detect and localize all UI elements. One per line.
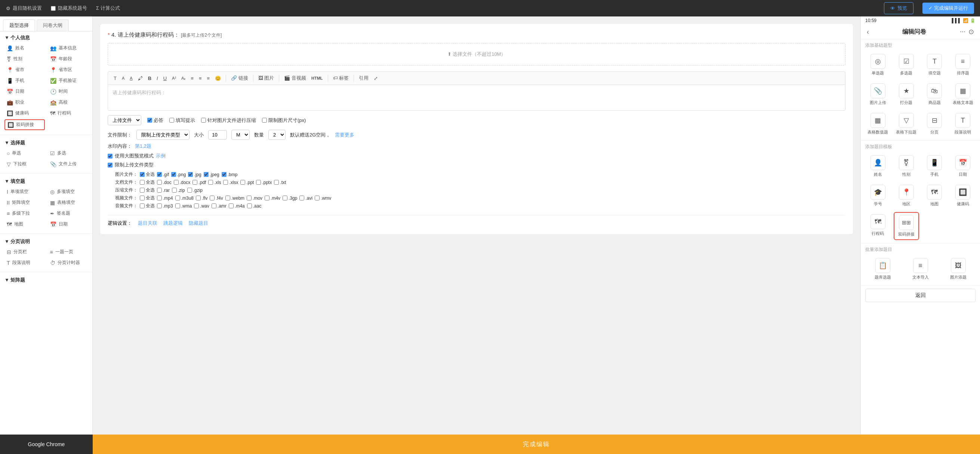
sidebar-item-date[interactable]: 📅日期 [5, 87, 45, 96]
docx-check[interactable]: .docx [174, 180, 191, 185]
flv-check[interactable]: .flv [196, 196, 207, 201]
return-button[interactable]: 返回 [865, 289, 975, 302]
f4v-check[interactable]: .f4v [210, 196, 223, 201]
sidebar-item-single[interactable]: ○单选 [5, 148, 45, 158]
xls-check[interactable]: .xls [208, 180, 221, 185]
finish-button[interactable]: ✓ 完成编辑并运行 [923, 3, 974, 14]
editor-btn-super[interactable]: A² [170, 75, 178, 81]
upload-type-select[interactable]: 上传文件 [108, 115, 141, 125]
all-select-vid[interactable]: 全选 [140, 195, 155, 201]
example-link[interactable]: 示例 [156, 153, 165, 159]
count-select[interactable]: 2 1 3 [268, 130, 286, 140]
record-icon[interactable]: ⊙ [969, 28, 974, 36]
wma-check[interactable]: .wma [175, 204, 192, 209]
bmp-check[interactable]: .bmp [222, 172, 238, 177]
editor-btn-fullscreen[interactable]: ⤢ [372, 75, 380, 82]
gif-check[interactable]: .gif [157, 172, 169, 177]
all-select-aud[interactable]: 全选 [140, 203, 155, 209]
compress-checkbox-label[interactable]: 针对图片文件进行压缩 [201, 117, 256, 124]
right-item-fill[interactable]: T 填空题 [922, 52, 948, 78]
back-icon[interactable]: ‹ [867, 28, 869, 36]
file-type-dropdown[interactable]: 限制上传文件类型 限制上传文件类型 [137, 130, 189, 140]
sidebar-item-phone-verify[interactable]: ✅手机验证 [48, 76, 88, 85]
sidebar-item-table-fill[interactable]: ▦表格填空 [48, 198, 88, 207]
sidebar-item-multi[interactable]: ☑多选 [48, 148, 88, 158]
batch-image[interactable]: 🖼 图片添题 [941, 256, 975, 282]
wav-check[interactable]: .wav [194, 204, 209, 209]
upload-area[interactable]: ⬆ 选择文件（不超过10M） [108, 43, 845, 65]
tpl-name[interactable]: 👤 姓名 [865, 153, 891, 180]
tpl-student-id[interactable]: 🎓 学号 [865, 183, 891, 209]
mov-check[interactable]: .mov [247, 196, 262, 201]
editor-btn-underline[interactable]: U [161, 75, 169, 82]
gzip-check[interactable]: .gzip [187, 188, 202, 193]
preview-button[interactable]: 👁 预览 [884, 2, 913, 14]
sidebar-item-timer[interactable]: ⏱分页计时器 [48, 258, 88, 268]
more-link[interactable]: 需要更多 [335, 132, 354, 139]
editor-btn-tag[interactable]: 🏷 标签 [331, 74, 351, 82]
batch-library[interactable]: 📋 题库选题 [865, 256, 900, 282]
sidebar-item-province[interactable]: 📍省市 [5, 65, 45, 75]
right-item-img-upload[interactable]: 📎 图片上传 [865, 81, 891, 108]
limit-type-checkbox[interactable] [108, 162, 113, 167]
right-item-para[interactable]: T 段落说明 [950, 111, 975, 137]
mp4-check[interactable]: .mp4 [157, 196, 173, 201]
sidebar-item-upload[interactable]: 📎文件上传 [48, 159, 88, 169]
webm-check[interactable]: .webm [225, 196, 245, 201]
right-item-table-text[interactable]: ▦ 表格文本题 [950, 81, 975, 108]
batch-text[interactable]: ≡ 文本导入 [903, 256, 938, 282]
m4a-check[interactable]: .m4a [229, 204, 245, 209]
sidebar-item-job[interactable]: 💼职业 [5, 97, 45, 107]
right-item-multi[interactable]: ☑ 多选题 [894, 52, 919, 78]
sidebar-item-city[interactable]: 📍省市区 [48, 65, 88, 75]
tpl-dual-code[interactable]: ⊞⊞ 双码拼接 [894, 212, 919, 240]
more-icon[interactable]: ··· [960, 28, 966, 36]
zip-check[interactable]: .zip [172, 188, 185, 193]
sidebar-item-name[interactable]: 👤姓名 [5, 43, 45, 53]
size-limit-checkbox-label[interactable]: 限制图片尺寸(px) [262, 117, 306, 124]
right-item-product[interactable]: 🛍 商品题 [922, 81, 948, 108]
ppt-check[interactable]: .ppt [240, 180, 254, 185]
avi-check[interactable]: .avi [299, 196, 312, 201]
editor-btn-sub[interactable]: A₂ [180, 75, 187, 81]
tpl-health[interactable]: 🔲 健康码 [950, 183, 975, 209]
jump-link[interactable]: 跳题逻辑 [163, 220, 183, 227]
hint-checkbox[interactable] [169, 118, 174, 123]
editor-btn-quote[interactable]: 引用 [357, 74, 371, 82]
editor-area[interactable]: 请上传健康码和行程码： [108, 84, 845, 111]
sidebar-item-travel-code[interactable]: 🗺行程码 [48, 108, 88, 118]
editor-btn-align-right[interactable]: ≡ [205, 75, 212, 82]
sidebar-item-single-fill[interactable]: I单项填空 [5, 187, 45, 196]
all-select-img[interactable]: 全选 [140, 171, 155, 178]
sidebar-item-multi-fill[interactable]: ◎多项填空 [48, 187, 88, 196]
jpg-check[interactable]: .jpg [188, 172, 201, 177]
large-preview-checkbox[interactable] [108, 154, 113, 159]
size-unit-select[interactable]: M G [231, 130, 250, 140]
tpl-gender[interactable]: ⚧ 性别 [894, 153, 919, 180]
doc-check[interactable]: .doc [157, 180, 172, 185]
sidebar-item-dropdown[interactable]: ▽下拉框 [5, 159, 45, 169]
sidebar-item-dual-code[interactable]: 🔲双码拼接 [5, 119, 45, 130]
right-item-table-num[interactable]: ▦ 表格数值题 [865, 111, 891, 137]
right-item-table-drop[interactable]: ▽ 表格下拉题 [894, 111, 919, 137]
all-select-zip[interactable]: 全选 [140, 187, 155, 193]
compress-checkbox[interactable] [201, 118, 206, 123]
editor-btn-link[interactable]: 🔗 链接 [229, 74, 250, 82]
formula-btn[interactable]: Σ 计算公式 [96, 5, 120, 11]
sidebar-item-signature[interactable]: ✒签名题 [48, 209, 88, 218]
sidebar-item-paragraph[interactable]: T段落说明 [5, 258, 45, 268]
editor-btn-t[interactable]: T [112, 75, 118, 82]
sidebar-item-health-code[interactable]: 🔲健康码 [5, 108, 45, 118]
png-check[interactable]: .png [171, 172, 186, 177]
tpl-date[interactable]: 📅 日期 [950, 153, 975, 180]
editor-btn-highlight[interactable]: 🖍 [136, 75, 145, 82]
required-checkbox-label[interactable]: 必答 [147, 117, 163, 124]
editor-btn-a2[interactable]: A [128, 75, 134, 81]
txt-check[interactable]: .txt [274, 180, 286, 185]
watermark-link[interactable]: 第1,2题 [135, 143, 151, 150]
editor-btn-a1[interactable]: A [120, 75, 126, 81]
finish-edit-btn[interactable]: 完成编辑 [93, 435, 980, 454]
right-item-sort[interactable]: ≡ 排序题 [950, 52, 975, 78]
tpl-map[interactable]: 🗺 地图 [922, 183, 948, 209]
mp3-check[interactable]: .mp3 [157, 204, 173, 209]
